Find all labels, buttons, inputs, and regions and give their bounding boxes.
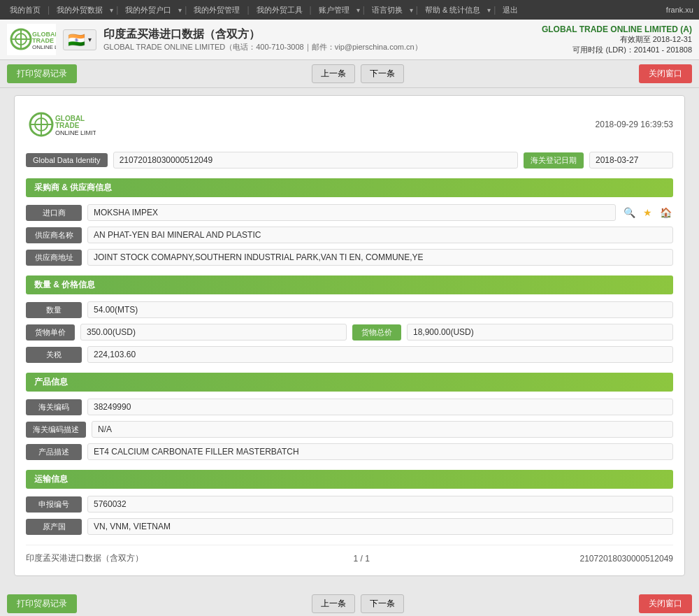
section-transport: 运输信息: [26, 470, 673, 489]
section-product: 产品信息: [26, 373, 673, 392]
supplier-address-label: 供应商地址: [26, 250, 82, 266]
nav-help[interactable]: 帮助 & 统计信息: [421, 5, 484, 15]
declaration-no-label: 申报编号: [26, 496, 82, 513]
record-card: GLOBAL TRADE ONLINE LIMITED 2018-09-29 1…: [14, 95, 685, 576]
page-title: 印度孟买港进口数据（含双方）: [103, 27, 422, 42]
origin-country-row: 原产国 VN, VNM, VIETNAM: [26, 518, 673, 535]
print-button[interactable]: 打印贸易记录: [7, 64, 77, 83]
supplier-address-value: JOINT STOCK COMAPNY,SOUTHERN INDUSTRIAL …: [87, 249, 673, 266]
record-footer: 印度孟买港进口数据（含双方） 1 / 1 2107201803000051204…: [26, 545, 673, 564]
hs-code-row: 海关编码 38249990: [26, 399, 673, 415]
total-price-value: 18,900.00(USD): [407, 324, 673, 341]
nav-home[interactable]: 我的首页: [6, 5, 45, 15]
record-header: GLOBAL TRADE ONLINE LIMITED 2018-09-29 1…: [26, 107, 673, 142]
quantity-value: 54.00(MTS): [87, 301, 673, 318]
supplier-address-row: 供应商地址 JOINT STOCK COMAPNY,SOUTHERN INDUS…: [26, 249, 673, 266]
declaration-no-value: 5760032: [87, 496, 673, 513]
customs-date-value: 2018-03-27: [589, 152, 673, 169]
hs-desc-value: N/A: [92, 421, 673, 438]
nav-trade-data[interactable]: 我的外贸数据: [52, 5, 107, 15]
svg-text:TRADE: TRADE: [32, 37, 54, 44]
svg-text:TRADE: TRADE: [55, 122, 80, 129]
india-flag-icon: 🇮🇳: [68, 31, 85, 48]
gto-logo-icon: GLOBAL TRADE ONLINE LIMITED: [7, 24, 56, 55]
expiry-date: 有效期至 2018-12-31: [542, 34, 692, 45]
nav-client-portal[interactable]: 我的外贸户口: [121, 5, 175, 15]
top-navigation: 我的首页 | 我的外贸数据 ▾ | 我的外贸户口 ▾ | 我的外贸管理 | 我的…: [0, 0, 699, 20]
bottom-next-button[interactable]: 下一条: [361, 594, 404, 613]
quantity-row: 数量 54.00(MTS): [26, 301, 673, 318]
supplier-name-value: AN PHAT-YEN BAI MINERAL AND PLASTIC: [87, 227, 673, 243]
close-button[interactable]: 关闭窗口: [639, 64, 692, 83]
tax-value: 224,103.60: [87, 346, 673, 363]
bottom-prev-button[interactable]: 上一条: [312, 594, 355, 613]
hs-code-value: 38249990: [87, 399, 673, 415]
importer-value: MOKSHA IMPEX: [87, 204, 616, 221]
importer-row: 进口商 MOKSHA IMPEX 🔍 ★ 🏠: [26, 204, 673, 221]
gdi-value: 21072018030000512049: [113, 152, 518, 169]
footer-dataset: 印度孟买港进口数据（含双方）: [26, 552, 143, 564]
nav-links: 我的首页 | 我的外贸数据 ▾ | 我的外贸户口 ▾ | 我的外贸管理 | 我的…: [6, 5, 522, 15]
tax-label: 关税: [26, 347, 82, 363]
product-desc-row: 产品描述 ET4 CALCIUM CARBONATE FILLER MASTER…: [26, 443, 673, 460]
record-logo: GLOBAL TRADE ONLINE LIMITED: [26, 107, 96, 142]
declaration-no-row: 申报编号 5760032: [26, 496, 673, 513]
nav-language[interactable]: 语言切换: [368, 5, 407, 15]
product-desc-label: 产品描述: [26, 444, 82, 460]
star-icon[interactable]: ★: [640, 205, 655, 220]
header-bar: GLOBAL TRADE ONLINE LIMITED 🇮🇳 ▾ 印度孟买港进口…: [0, 20, 699, 60]
hs-desc-label: 海关编码描述: [26, 422, 86, 438]
supplier-name-row: 供应商名称 AN PHAT-YEN BAI MINERAL AND PLASTI…: [26, 227, 673, 243]
prev-button[interactable]: 上一条: [312, 64, 355, 83]
svg-text:ONLINE LIMITED: ONLINE LIMITED: [32, 44, 56, 50]
nav-logout[interactable]: 退出: [498, 5, 522, 15]
nav-trade-mgmt[interactable]: 我的外贸管理: [189, 5, 244, 15]
record-timestamp: 2018-09-29 16:39:53: [596, 120, 673, 129]
flag-selector[interactable]: 🇮🇳 ▾: [63, 29, 96, 50]
search-icon[interactable]: 🔍: [621, 205, 637, 220]
bottom-print-button[interactable]: 打印贸易记录: [7, 594, 77, 613]
total-price-label: 货物总价: [352, 324, 401, 341]
gdi-row: Global Data Identity 2107201803000051204…: [26, 152, 673, 169]
unit-price-label: 货物单价: [26, 324, 75, 341]
main-content: GLOBAL TRADE ONLINE LIMITED 2018-09-29 1…: [0, 88, 699, 590]
footer-id: 21072018030000512049: [580, 554, 673, 564]
tax-row: 关税 224,103.60: [26, 346, 673, 363]
bottom-close-button[interactable]: 关闭窗口: [639, 594, 692, 613]
hs-desc-row: 海关编码描述 N/A: [26, 421, 673, 438]
footer-page: 1 / 1: [354, 554, 370, 564]
bottom-toolbar: 打印贸易记录 上一条 下一条 关闭窗口: [0, 590, 699, 616]
top-toolbar: 打印贸易记录 上一条 下一条 关闭窗口: [0, 60, 699, 88]
contact-info: GLOBAL TRADE ONLINE LIMITED（电话：400-710-3…: [103, 42, 422, 52]
origin-country-value: VN, VNM, VIETNAM: [87, 518, 673, 535]
hs-code-label: 海关编码: [26, 399, 82, 415]
section-buyer-supplier: 采购商 & 供应商信息: [26, 178, 673, 197]
next-button[interactable]: 下一条: [361, 64, 404, 83]
svg-text:ONLINE LIMITED: ONLINE LIMITED: [55, 129, 96, 136]
home-icon[interactable]: 🏠: [658, 205, 673, 220]
nav-trade-tools[interactable]: 我的外贸工具: [252, 5, 307, 15]
username: frank.xu: [666, 6, 693, 14]
unit-price-value: 350.00(USD): [80, 324, 347, 341]
nav-account[interactable]: 账户管理: [315, 5, 354, 15]
company-name: GLOBAL TRADE ONLINE LIMITED (A): [542, 24, 692, 34]
section-quantity-price: 数量 & 价格信息: [26, 275, 673, 294]
importer-label: 进口商: [26, 205, 82, 221]
customs-date-label: 海关登记日期: [524, 152, 584, 169]
gdi-label: Global Data Identity: [26, 153, 108, 167]
product-desc-value: ET4 CALCIUM CARBONATE FILLER MASTERBATCH: [87, 443, 673, 460]
price-row: 货物单价 350.00(USD) 货物总价 18,900.00(USD): [26, 324, 673, 341]
dropdown-arrow-icon: ▾: [88, 36, 92, 43]
ldr-info: 可用时段 (LDR)：201401 - 201808: [542, 45, 692, 55]
quantity-label: 数量: [26, 302, 82, 318]
origin-country-label: 原产国: [26, 519, 82, 535]
supplier-name-label: 供应商名称: [26, 227, 82, 243]
logo: GLOBAL TRADE ONLINE LIMITED: [7, 24, 56, 55]
